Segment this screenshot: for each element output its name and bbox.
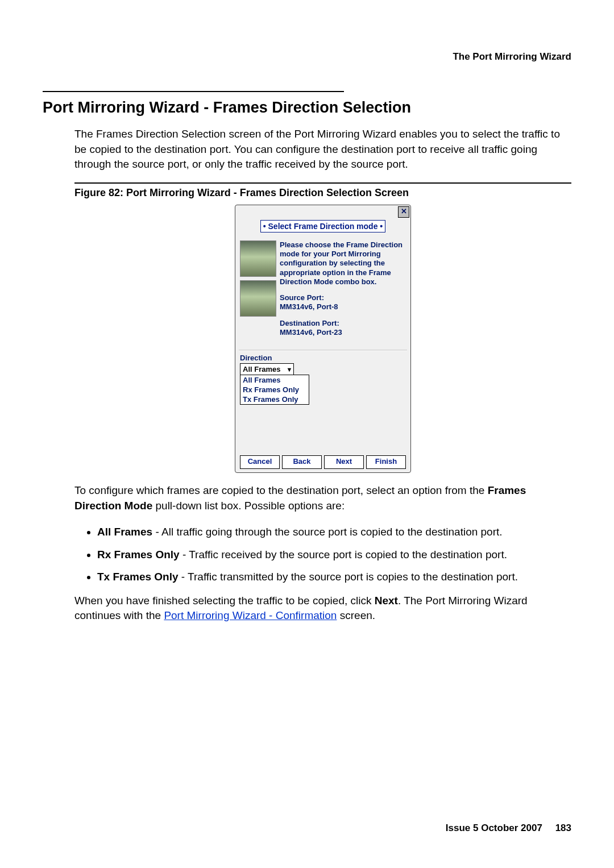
destination-port-label: Destination Port: (280, 319, 406, 328)
page-footer: Issue 5 October 2007 183 (446, 823, 571, 834)
opt1-rest: - All traffic going through the source p… (152, 526, 502, 538)
wizard-title: • Select Frame Direction mode • (260, 220, 386, 232)
close-button[interactable]: ✕ (398, 206, 409, 218)
direction-option-tx[interactable]: Tx Frames Only (240, 394, 309, 404)
intro-paragraph: The Frames Direction Selection screen of… (74, 127, 571, 172)
source-port-label: Source Port: (280, 293, 406, 302)
figure-rule (74, 182, 571, 184)
option-list: All Frames - All traffic going through t… (74, 524, 571, 585)
closing-after: screen. (337, 609, 375, 621)
lead-paragraph: To configure which frames are copied to … (74, 483, 571, 513)
direction-dropdown: All Frames Rx Frames Only Tx Frames Only (240, 375, 309, 405)
destination-port-value: MM314v6, Port-23 (280, 328, 406, 337)
lead-text-after: pull-down list box. Possible options are… (152, 500, 345, 512)
chapter-header: The Port Mirroring Wizard (43, 51, 571, 63)
opt1-bold: All Frames (97, 526, 152, 538)
chevron-down-icon: ▼ (286, 366, 292, 373)
closing-before: When you have finished selecting the tra… (74, 595, 375, 607)
section-title: Port Mirroring Wizard - Frames Direction… (43, 99, 571, 117)
closing-paragraph: When you have finished selecting the tra… (74, 593, 571, 624)
cancel-button[interactable]: Cancel (240, 455, 280, 469)
next-button[interactable]: Next (324, 455, 364, 469)
confirmation-link[interactable]: Port Mirroring Wizard - Confirmation (164, 609, 337, 621)
source-port-value: MM314v6, Port-8 (280, 302, 406, 312)
footer-issue: Issue 5 October 2007 (446, 823, 542, 833)
direction-label: Direction (240, 354, 406, 362)
wizard-dialog: ✕ • Select Frame Direction mode • Please… (235, 205, 411, 473)
opt2-bold: Rx Frames Only (97, 549, 180, 560)
opt2-rest: - Traffic received by the source port is… (180, 549, 507, 560)
option-all-frames: All Frames - All traffic going through t… (97, 524, 571, 540)
option-rx-frames: Rx Frames Only - Traffic received by the… (97, 546, 571, 563)
option-tx-frames: Tx Frames Only - Traffic transmitted by … (97, 568, 571, 585)
finish-button[interactable]: Finish (366, 455, 406, 469)
wizard-icon-1 (240, 240, 276, 277)
title-rule (43, 91, 344, 92)
closing-bold: Next (375, 595, 398, 607)
lead-text-before: To configure which frames are copied to … (74, 484, 488, 496)
direction-combo-value: All Frames (243, 365, 280, 373)
wizard-instruction: Please choose the Frame Direction mode f… (280, 240, 406, 286)
back-button[interactable]: Back (282, 455, 322, 469)
footer-page-number: 183 (555, 823, 571, 833)
opt3-bold: Tx Frames Only (97, 571, 179, 583)
wizard-separator (239, 350, 407, 351)
figure-caption: Figure 82: Port Mirroring Wizard - Frame… (74, 187, 571, 199)
wizard-illustrations (240, 240, 275, 344)
wizard-icon-2 (240, 280, 276, 317)
opt3-rest: - Traffic transmitted by the source port… (179, 571, 518, 583)
direction-option-rx[interactable]: Rx Frames Only (240, 385, 309, 394)
direction-option-all[interactable]: All Frames (240, 375, 309, 385)
direction-combo[interactable]: All Frames ▼ (240, 363, 294, 375)
